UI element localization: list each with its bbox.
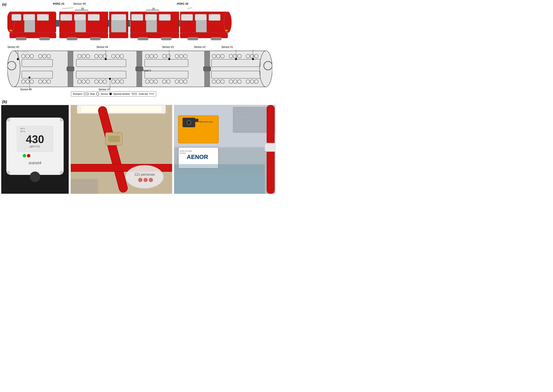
svg-point-167 <box>60 171 63 174</box>
svg-point-154 <box>96 93 99 95</box>
svg-rect-103 <box>109 78 111 80</box>
svg-text:aranet4: aranet4 <box>28 161 42 165</box>
svg-rect-78 <box>28 77 30 78</box>
legend-dumpers-label: Dumpers <box>73 93 82 95</box>
svg-rect-15 <box>75 21 86 32</box>
svg-rect-23 <box>111 14 126 21</box>
svg-rect-4 <box>37 14 49 21</box>
hvac1-label: HVAC #1 <box>53 2 64 5</box>
svg-text:VIDEOVIGILADA: VIDEOVIGILADA <box>198 121 213 123</box>
svg-rect-144 <box>235 58 237 60</box>
svg-rect-58 <box>67 67 74 71</box>
svg-rect-43 <box>209 14 220 21</box>
legend-seat-label: Seat <box>90 93 95 95</box>
svg-rect-207 <box>194 119 198 122</box>
svg-point-197 <box>237 114 238 115</box>
svg-rect-179 <box>81 106 161 112</box>
svg-rect-14 <box>88 14 100 21</box>
svg-text:19°C: 19°C <box>20 127 25 130</box>
svg-rect-33 <box>130 33 179 38</box>
svg-rect-41 <box>181 14 193 21</box>
sensor8-label: Sensor #8 <box>73 2 86 5</box>
svg-rect-155 <box>110 93 112 95</box>
svg-text:430: 430 <box>26 133 44 145</box>
sensor1-label: Sensor #1 <box>221 46 233 49</box>
svg-rect-5 <box>24 21 35 32</box>
svg-rect-16 <box>59 33 108 38</box>
svg-rect-47 <box>211 37 221 40</box>
svg-rect-26 <box>108 20 110 27</box>
svg-rect-145 <box>252 58 254 60</box>
svg-rect-32 <box>146 21 157 32</box>
svg-rect-48 <box>225 30 228 31</box>
svg-rect-31 <box>159 14 171 21</box>
svg-text:AENOR: AENOR <box>187 154 208 160</box>
svg-rect-18 <box>90 37 101 40</box>
svg-point-186 <box>138 178 143 182</box>
svg-rect-7 <box>16 37 27 40</box>
train-side-svg <box>7 1 272 43</box>
panel-b-label: (b) <box>2 100 7 104</box>
svg-rect-17 <box>67 37 77 40</box>
svg-text:42 %: 42 % <box>20 130 25 133</box>
svg-point-195 <box>243 111 244 112</box>
legend-sensor-label: Sensor <box>101 93 108 95</box>
svg-rect-42 <box>195 14 207 21</box>
legend-opened-window-label: Opened window <box>113 93 130 95</box>
svg-text:ppm CO₂: ppm CO₂ <box>30 145 40 148</box>
photo-grab-bar: 121 personas <box>70 105 172 194</box>
svg-rect-183 <box>108 136 120 142</box>
svg-rect-35 <box>161 37 172 40</box>
sensor7-label: Sensor #7 <box>98 88 110 91</box>
sensor4-label: Sensor #4 <box>96 46 108 49</box>
svg-text:121 personas: 121 personas <box>134 173 155 176</box>
svg-point-196 <box>246 111 247 112</box>
svg-rect-153 <box>84 93 88 95</box>
svg-rect-25 <box>109 33 128 38</box>
svg-point-174 <box>27 154 30 157</box>
panel-a: (a) HVAC #1 Sensor #8 HVAC #2 <box>1 1 274 98</box>
svg-rect-3 <box>23 14 35 21</box>
svg-rect-8 <box>39 37 50 40</box>
svg-text:Gestión de Calidad: Gestión de Calidad <box>179 150 192 152</box>
svg-point-184 <box>126 165 164 188</box>
svg-point-176 <box>30 172 40 182</box>
svg-rect-44 <box>196 21 207 32</box>
svg-rect-214 <box>174 175 265 194</box>
svg-point-173 <box>23 154 26 157</box>
hvac2-label: HVAC #2 <box>177 2 188 5</box>
svg-rect-46 <box>188 37 198 40</box>
photo-aranet4: 430 ppm CO₂ 19°C 42 % aranet4 <box>1 105 69 194</box>
main-container: (a) HVAC #1 Sensor #8 HVAC #2 <box>0 0 277 196</box>
svg-rect-37 <box>153 8 155 10</box>
panel-a-label: (a) <box>2 2 7 7</box>
svg-point-206 <box>187 121 190 124</box>
sensor3-label: Sensor #3 <box>162 46 174 49</box>
svg-point-40 <box>224 12 231 33</box>
svg-point-198 <box>240 114 241 115</box>
seat-0-label: Seat 0 <box>143 69 151 72</box>
svg-text:ISO 9001: ISO 9001 <box>179 152 186 154</box>
panel-b: (b) 430 ppm CO₂ <box>1 100 275 195</box>
svg-rect-24 <box>111 21 126 32</box>
svg-rect-29 <box>131 14 143 21</box>
svg-point-200 <box>246 114 247 115</box>
svg-rect-59 <box>136 67 143 71</box>
svg-rect-12 <box>60 14 72 21</box>
svg-point-188 <box>149 178 153 182</box>
train-floor-svg <box>7 47 272 93</box>
svg-rect-189 <box>71 179 98 194</box>
svg-rect-123 <box>168 58 170 60</box>
svg-rect-27 <box>128 20 130 27</box>
svg-point-187 <box>143 178 148 182</box>
svg-rect-77 <box>17 58 19 60</box>
svg-rect-104 <box>105 58 107 60</box>
svg-point-199 <box>243 114 244 115</box>
svg-point-165 <box>60 118 63 122</box>
legend-grab-bar-label: Grab bar <box>139 93 148 95</box>
svg-rect-10 <box>56 20 60 27</box>
svg-rect-202 <box>265 143 275 152</box>
sensor5-label: Sensor #5 <box>7 46 19 49</box>
svg-rect-2 <box>12 14 21 21</box>
svg-rect-13 <box>74 14 86 21</box>
